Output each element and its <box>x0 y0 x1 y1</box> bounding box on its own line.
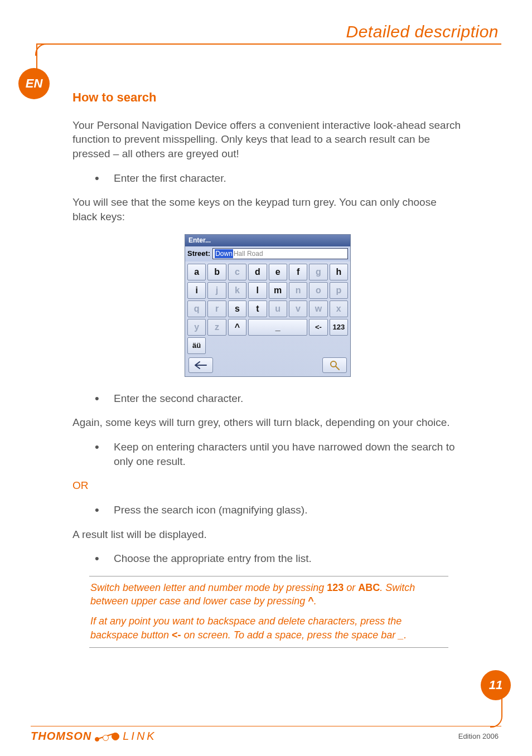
back-button[interactable] <box>188 357 213 373</box>
logo-link: LINK <box>123 730 156 743</box>
key-r: r <box>207 301 226 317</box>
device-bottom-bar <box>185 355 350 376</box>
key-y: y <box>187 319 206 336</box>
page-number-badge: 11 <box>481 670 511 700</box>
edition-label: Edition 2006 <box>458 732 499 740</box>
bottom-rule <box>31 726 501 726</box>
key-p: p <box>330 282 348 299</box>
or-label: OR <box>72 478 463 493</box>
intro-paragraph: Your Personal Navigation Device offers a… <box>72 118 463 161</box>
after-step2: Again, some keys will turn grey, others … <box>72 415 463 430</box>
key-i[interactable]: i <box>187 282 206 299</box>
key-g: g <box>309 264 327 280</box>
tip-1: Switch between letter and number mode by… <box>90 581 447 608</box>
svg-line-1 <box>336 366 339 370</box>
key-n: n <box>289 282 307 299</box>
device-field-row: Street: Down Hall Road <box>185 246 350 261</box>
language-badge: EN <box>18 68 50 99</box>
top-rule <box>36 43 501 45</box>
key-backspace[interactable]: <- <box>309 319 327 336</box>
key-x: x <box>330 301 348 317</box>
key-k: k <box>228 282 246 299</box>
key-space[interactable]: _ <box>248 319 307 336</box>
step-3: Keep on entering characters until you ha… <box>95 440 463 468</box>
key-a[interactable]: a <box>187 264 206 280</box>
key-d[interactable]: d <box>248 264 267 280</box>
key-w: w <box>309 301 327 317</box>
step-2: Enter the second character. <box>95 391 463 406</box>
tip-2: If at any point you want to backspace an… <box>90 614 447 642</box>
key-o: o <box>309 282 327 299</box>
search-button[interactable] <box>322 357 347 373</box>
after-alt: A result list will be displayed. <box>72 527 463 542</box>
key-v: v <box>289 301 307 317</box>
key-c: c <box>228 264 246 280</box>
key-t[interactable]: t <box>248 301 267 317</box>
key-e[interactable]: e <box>269 264 287 280</box>
step-final: Choose the appropriate entry from the li… <box>95 551 463 566</box>
content-area: How to search Your Personal Navigation D… <box>72 89 463 648</box>
step-1: Enter the first character. <box>95 171 463 186</box>
device-keyboard: a b c d e f g h i j k l m n o p q r s t … <box>185 261 350 355</box>
after-step1: You will see that the some keys on the k… <box>72 195 463 224</box>
street-input-selected: Down <box>215 249 233 258</box>
key-u: u <box>269 301 287 317</box>
street-input-suggestion: Hall Road <box>233 249 263 258</box>
key-s[interactable]: s <box>228 301 246 317</box>
key-m[interactable]: m <box>269 282 287 299</box>
tip-box: Switch between letter and number mode by… <box>89 576 448 648</box>
key-123[interactable]: 123 <box>330 319 348 336</box>
page-header-title: Detailed description <box>346 22 499 41</box>
step-alt: Press the search icon (magnifying glass)… <box>95 503 463 517</box>
thomson-link-logo: THOMSON LINK <box>31 730 157 743</box>
device-titlebar: Enter... <box>185 235 350 246</box>
key-q: q <box>187 301 206 317</box>
logo-thomson: THOMSON <box>31 730 91 743</box>
key-b[interactable]: b <box>207 264 226 280</box>
device-screenshot: Enter... Street: Down Hall Road a b c d … <box>185 234 351 377</box>
logo-dots-icon <box>95 731 119 743</box>
key-f[interactable]: f <box>289 264 307 280</box>
key-h[interactable]: h <box>330 264 348 280</box>
key-l[interactable]: l <box>248 282 267 299</box>
street-input[interactable]: Down Hall Road <box>212 248 348 259</box>
key-j: j <box>207 282 226 299</box>
key-shift[interactable]: ^ <box>228 319 246 336</box>
street-label: Street: <box>187 249 210 259</box>
key-z: z <box>207 319 226 336</box>
section-heading: How to search <box>72 89 463 106</box>
key-accents[interactable]: äü <box>187 337 206 354</box>
back-arrow-icon <box>195 361 207 369</box>
magnifying-glass-icon <box>330 360 340 370</box>
